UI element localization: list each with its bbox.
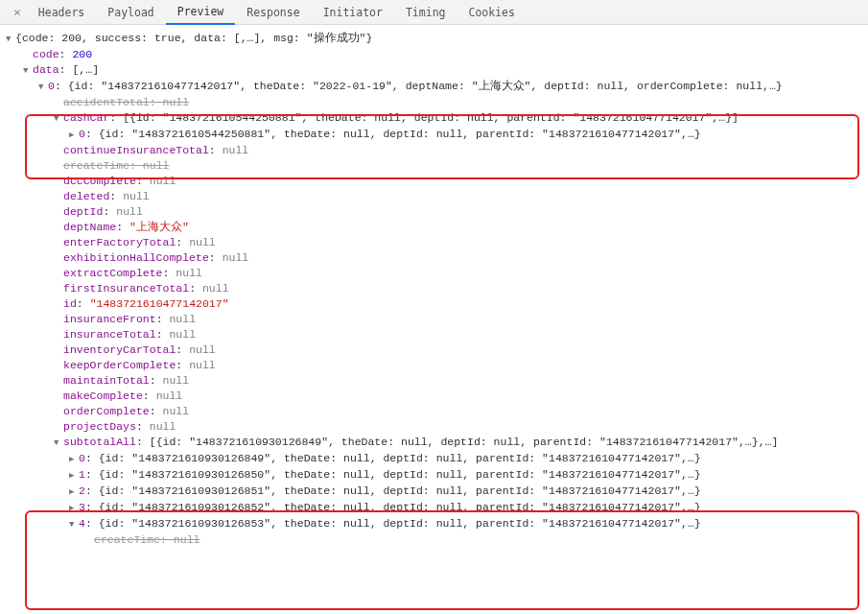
prop-key[interactable]: 3 <box>79 501 85 513</box>
prop-value: null <box>176 267 202 279</box>
tab-cookies[interactable]: Cookies <box>457 0 526 25</box>
prop-value: null <box>156 390 183 402</box>
prop-value: {id: "1483721610477142017", theDate: "20… <box>68 80 783 92</box>
prop-value: null <box>174 533 200 546</box>
expand-icon[interactable]: ▼ <box>69 517 79 532</box>
prop-key[interactable]: accidentTotal <box>63 96 150 108</box>
prop-key[interactable]: 2 <box>79 484 85 497</box>
prop-key[interactable]: keepOrderComplete <box>63 359 176 371</box>
prop-value: null <box>150 420 176 433</box>
prop-key[interactable]: 4 <box>79 517 85 530</box>
expand-icon[interactable]: ▶ <box>69 452 79 467</box>
prop-key[interactable]: inventoryCarTotal <box>63 343 176 356</box>
prop-key[interactable]: enterFactoryTotal <box>63 236 176 248</box>
tab-response[interactable]: Response <box>235 0 311 25</box>
prop-value: [,…] <box>72 63 99 76</box>
tab-preview[interactable]: Preview <box>166 0 235 25</box>
prop-value: "上海大众" <box>129 221 189 233</box>
prop-value: null <box>202 282 229 295</box>
prop-key[interactable]: 1 <box>79 468 85 481</box>
prop-value: null <box>189 236 216 248</box>
prop-value: {id: "1483721610930126850", theDate: nul… <box>99 468 701 481</box>
prop-value: null <box>223 144 249 156</box>
prop-value: null <box>169 328 196 341</box>
prop-key[interactable]: 0 <box>79 128 85 140</box>
prop-key[interactable]: deleted <box>63 190 109 202</box>
expand-icon[interactable]: ▼ <box>54 436 63 451</box>
expand-icon[interactable]: ▶ <box>69 501 79 516</box>
prop-value: 200 <box>72 48 92 60</box>
prop-value: null <box>163 374 190 387</box>
close-icon[interactable]: × <box>8 5 27 19</box>
prop-value: null <box>163 96 190 108</box>
prop-key[interactable]: firstInsuranceTotal <box>63 282 189 295</box>
prop-key[interactable]: id <box>63 297 77 310</box>
prop-value: null <box>189 343 216 356</box>
prop-key[interactable]: deptId <box>63 205 103 218</box>
prop-key[interactable]: maintainTotal <box>63 374 150 387</box>
tab-headers[interactable]: Headers <box>27 0 96 25</box>
prop-key[interactable]: data <box>33 63 59 76</box>
tab-initiator[interactable]: Initiator <box>312 0 394 25</box>
json-preview: ▼{code: 200, success: true, data: [,…], … <box>0 25 868 554</box>
prop-key[interactable]: code <box>33 48 59 60</box>
prop-key[interactable]: createTime <box>63 159 129 172</box>
prop-key[interactable]: exhibitionHallComplete <box>63 251 209 264</box>
prop-value: {id: "1483721610930126852", theDate: nul… <box>99 501 701 513</box>
prop-value: null <box>143 159 170 172</box>
prop-key[interactable]: deptName <box>63 221 116 233</box>
prop-key[interactable]: 0 <box>79 452 85 464</box>
prop-key[interactable]: insuranceTotal <box>63 328 156 341</box>
prop-key[interactable]: insuranceFront <box>63 313 156 325</box>
prop-value: null <box>163 405 190 417</box>
root-summary[interactable]: {code: 200, success: true, data: [,…], m… <box>15 32 372 44</box>
expand-icon[interactable]: ▼ <box>23 63 33 79</box>
expand-icon[interactable]: ▼ <box>54 111 63 127</box>
expand-icon[interactable]: ▼ <box>38 80 48 95</box>
devtools-tabs: × Headers Payload Preview Response Initi… <box>0 0 868 25</box>
tab-timing[interactable]: Timing <box>394 0 457 25</box>
prop-value: [{id: "1483721610930126849", theDate: nu… <box>150 436 779 448</box>
prop-key[interactable]: makeComplete <box>63 390 143 402</box>
prop-value: null <box>150 175 176 187</box>
prop-value: null <box>223 251 249 264</box>
prop-key[interactable]: projectDays <box>63 420 136 433</box>
prop-key[interactable]: dccComplete <box>63 175 136 187</box>
prop-value: {id: "1483721610930126849", theDate: nul… <box>99 452 701 464</box>
expand-icon[interactable]: ▼ <box>6 32 15 47</box>
expand-icon[interactable]: ▶ <box>69 468 79 484</box>
expand-icon[interactable]: ▶ <box>69 484 79 500</box>
prop-value: {id: "1483721610930126853", theDate: nul… <box>99 517 701 530</box>
expand-icon[interactable]: ▶ <box>69 128 79 143</box>
prop-value: "1483721610477142017" <box>90 297 229 310</box>
prop-key[interactable]: orderComplete <box>63 405 150 417</box>
prop-key[interactable]: createTime <box>94 533 160 546</box>
prop-value: null <box>123 190 150 202</box>
prop-key[interactable]: 0 <box>48 80 55 92</box>
tab-payload[interactable]: Payload <box>96 0 165 25</box>
prop-key[interactable]: subtotalAll <box>63 436 136 448</box>
prop-value: {id: "1483721610544250881", theDate: nul… <box>99 128 701 140</box>
prop-value: null <box>116 205 143 218</box>
prop-key[interactable]: continueInsuranceTotal <box>63 144 209 156</box>
prop-value: {id: "1483721610930126851", theDate: nul… <box>99 484 701 497</box>
prop-value: null <box>189 359 216 371</box>
prop-key[interactable]: cashCar <box>63 111 109 124</box>
prop-key[interactable]: extractComplete <box>63 267 163 279</box>
prop-value: [{id: "1483721610544250881", theDate: nu… <box>123 111 739 124</box>
prop-value: null <box>169 313 196 325</box>
